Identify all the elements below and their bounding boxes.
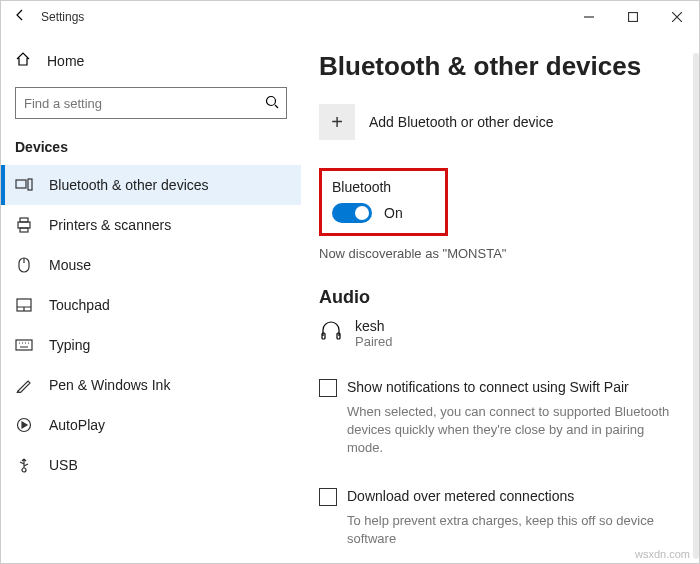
- sidebar-item-typing[interactable]: Typing: [1, 325, 301, 365]
- add-device-label: Add Bluetooth or other device: [369, 114, 553, 130]
- svg-rect-2: [16, 180, 26, 188]
- audio-device-name: kesh: [355, 318, 393, 334]
- metered-help: To help prevent extra charges, keep this…: [347, 512, 675, 548]
- svg-rect-4: [20, 218, 28, 222]
- swift-pair-checkbox[interactable]: [319, 379, 337, 397]
- headphones-icon: [319, 318, 343, 346]
- svg-rect-6: [20, 228, 28, 232]
- close-button[interactable]: [655, 1, 699, 33]
- audio-device-status: Paired: [355, 334, 393, 349]
- sidebar-item-label: USB: [49, 457, 78, 473]
- svg-rect-0: [629, 13, 638, 22]
- swift-pair-help: When selected, you can connect to suppor…: [347, 403, 675, 458]
- search-input[interactable]: [15, 87, 287, 119]
- bluetooth-highlight-box: Bluetooth On: [319, 168, 448, 236]
- window-title: Settings: [41, 10, 84, 24]
- sidebar-item-label: Printers & scanners: [49, 217, 171, 233]
- mouse-icon: [15, 257, 33, 273]
- sidebar-item-label: AutoPlay: [49, 417, 105, 433]
- svg-point-11: [22, 468, 26, 472]
- titlebar: Settings: [1, 1, 699, 33]
- add-device-button[interactable]: + Add Bluetooth or other device: [319, 104, 675, 140]
- swift-pair-label: Show notifications to connect using Swif…: [347, 379, 629, 395]
- metered-label: Download over metered connections: [347, 488, 574, 504]
- devices-icon: [15, 178, 33, 192]
- home-button[interactable]: Home: [1, 43, 301, 81]
- main-content: Bluetooth & other devices + Add Bluetoot…: [301, 33, 699, 563]
- sidebar-item-mouse[interactable]: Mouse: [1, 245, 301, 285]
- touchpad-icon: [15, 298, 33, 312]
- sidebar-item-usb[interactable]: USB: [1, 445, 301, 485]
- bluetooth-toggle-state: On: [384, 205, 403, 221]
- back-icon[interactable]: [13, 8, 27, 26]
- home-label: Home: [47, 53, 84, 69]
- search-icon: [265, 95, 279, 113]
- keyboard-icon: [15, 339, 33, 351]
- sidebar-item-label: Pen & Windows Ink: [49, 377, 170, 393]
- sidebar-item-autoplay[interactable]: AutoPlay: [1, 405, 301, 445]
- audio-section-title: Audio: [319, 287, 675, 308]
- scrollbar[interactable]: [693, 53, 699, 559]
- metered-checkbox[interactable]: [319, 488, 337, 506]
- bluetooth-toggle[interactable]: [332, 203, 372, 223]
- sidebar-item-label: Typing: [49, 337, 90, 353]
- sidebar-item-printers[interactable]: Printers & scanners: [1, 205, 301, 245]
- minimize-button[interactable]: [567, 1, 611, 33]
- autoplay-icon: [15, 417, 33, 433]
- printer-icon: [15, 217, 33, 233]
- audio-device-row[interactable]: kesh Paired: [319, 318, 675, 349]
- pen-icon: [15, 377, 33, 393]
- plus-icon: +: [319, 104, 355, 140]
- sidebar-item-label: Mouse: [49, 257, 91, 273]
- sidebar-item-bluetooth[interactable]: Bluetooth & other devices: [1, 165, 301, 205]
- sidebar: Home Devices Bluetooth & other devices P…: [1, 33, 301, 563]
- sidebar-item-label: Touchpad: [49, 297, 110, 313]
- svg-rect-3: [28, 179, 32, 190]
- maximize-button[interactable]: [611, 1, 655, 33]
- sidebar-item-pen[interactable]: Pen & Windows Ink: [1, 365, 301, 405]
- watermark: wsxdn.com: [635, 548, 690, 560]
- svg-point-1: [267, 97, 276, 106]
- sidebar-item-label: Bluetooth & other devices: [49, 177, 209, 193]
- category-heading: Devices: [1, 133, 301, 165]
- svg-rect-9: [16, 340, 32, 350]
- page-title: Bluetooth & other devices: [319, 51, 675, 82]
- home-icon: [15, 51, 31, 71]
- svg-rect-5: [18, 222, 30, 228]
- bluetooth-label: Bluetooth: [332, 179, 403, 195]
- sidebar-item-touchpad[interactable]: Touchpad: [1, 285, 301, 325]
- usb-icon: [15, 457, 33, 473]
- discoverable-text: Now discoverable as "MONSTA": [319, 246, 675, 261]
